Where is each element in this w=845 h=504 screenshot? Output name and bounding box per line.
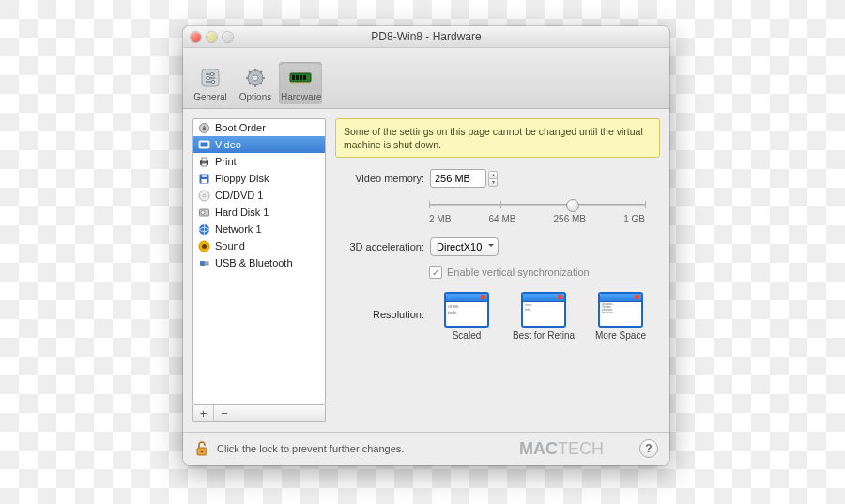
toolbar-item-label: Options: [236, 92, 275, 102]
tab-options[interactable]: Options: [234, 62, 277, 104]
accel-select[interactable]: DirectX10: [430, 237, 499, 256]
slider-tick-label: 1 GB: [623, 214, 645, 224]
svg-point-6: [211, 80, 214, 83]
svg-rect-20: [300, 75, 302, 80]
resolution-scaled[interactable]: ones.bels. Scaled: [434, 292, 499, 341]
svg-rect-18: [292, 75, 295, 80]
svg-rect-46: [200, 261, 205, 266]
svg-line-16: [249, 83, 251, 84]
sidebar-item-floppy[interactable]: Floppy Disk: [193, 170, 325, 187]
svg-rect-34: [202, 163, 207, 166]
sidebar-item-label: Hard Disk 1: [215, 206, 269, 218]
video-memory-stepper: ▴ ▾: [430, 169, 498, 188]
resolution-option-label: More Space: [595, 330, 646, 341]
sidebar-item-harddisk[interactable]: Hard Disk 1: [193, 204, 325, 221]
vsync-checkbox[interactable]: [429, 266, 442, 279]
titlebar: PD8-Win8 - Hardware: [183, 26, 669, 48]
network-icon: [197, 222, 210, 236]
svg-line-14: [260, 83, 262, 84]
sidebar: Boot Order Video Print: [192, 118, 326, 422]
tab-hardware[interactable]: Hardware: [279, 62, 322, 104]
tab-general[interactable]: General: [189, 62, 232, 104]
sidebar-item-label: Print: [215, 156, 237, 167]
sidebar-item-network[interactable]: Network 1: [193, 221, 325, 237]
lock-icon[interactable]: [194, 440, 209, 457]
add-remove-bar: + −: [192, 405, 326, 422]
svg-point-5: [207, 76, 209, 79]
content-area: Boot Order Video Print: [183, 109, 669, 432]
svg-rect-33: [202, 158, 207, 161]
sidebar-item-label: USB & Bluetooth: [215, 257, 293, 268]
resolution-row: Resolution: ones.bels. Scaled ones.bels.…: [335, 292, 660, 341]
gear-icon: [243, 66, 268, 90]
toolbar: General Options: [183, 48, 669, 109]
sidebar-item-cddvd[interactable]: CD/DVD 1: [193, 187, 325, 204]
sidebar-item-usb[interactable]: USB & Bluetooth: [193, 254, 325, 271]
svg-point-4: [210, 72, 213, 75]
resolution-label: Resolution:: [335, 292, 430, 341]
slider-tick-label: 256 MB: [554, 214, 586, 224]
vsync-row[interactable]: Enable vertical synchronization: [429, 266, 660, 279]
sidebar-item-label: Sound: [215, 240, 245, 252]
boot-order-icon: [197, 121, 210, 134]
svg-point-49: [201, 451, 203, 452]
svg-rect-36: [202, 175, 207, 177]
svg-point-39: [203, 194, 206, 197]
close-traffic-light[interactable]: [191, 32, 201, 42]
sidebar-item-sound[interactable]: Sound: [193, 237, 325, 254]
warning-banner: Some of the settings on this page cannot…: [335, 118, 660, 158]
svg-point-45: [202, 244, 207, 249]
remove-button[interactable]: −: [214, 405, 235, 421]
slider-thumb[interactable]: [566, 199, 579, 212]
svg-rect-47: [205, 262, 208, 265]
slider-icon: [198, 66, 223, 90]
svg-rect-21: [303, 75, 306, 80]
video-icon: [197, 138, 210, 151]
accel-label: 3D acceleration:: [335, 241, 430, 252]
svg-point-41: [201, 210, 205, 214]
help-button[interactable]: ?: [639, 439, 658, 458]
brand-logo: MACTECH: [519, 439, 604, 459]
chip-icon: [288, 66, 313, 90]
sidebar-item-label: CD/DVD 1: [215, 190, 263, 201]
sidebar-item-label: Boot Order: [215, 122, 266, 133]
window-title: PD8-Win8 - Hardware: [183, 30, 669, 43]
sidebar-item-video[interactable]: Video: [193, 136, 325, 153]
stepper-up[interactable]: ▴: [488, 171, 498, 178]
svg-point-8: [253, 75, 258, 81]
sidebar-item-print[interactable]: Print: [193, 153, 325, 170]
lock-text: Click the lock to prevent further change…: [217, 443, 404, 454]
video-memory-input[interactable]: [430, 169, 486, 188]
resolution-more-space[interactable]: e crazy ones.The rebels.in the squarehes…: [588, 292, 653, 341]
floppy-icon: [197, 172, 210, 185]
add-button[interactable]: +: [193, 405, 214, 421]
accel-row: 3D acceleration: DirectX10: [335, 237, 660, 256]
stepper-down[interactable]: ▾: [488, 178, 498, 187]
svg-rect-31: [200, 142, 207, 146]
sidebar-item-label: Network 1: [215, 223, 262, 235]
sidebar-item-boot-order[interactable]: Boot Order: [193, 119, 325, 136]
sidebar-item-label: Floppy Disk: [215, 173, 269, 184]
sidebar-item-label: Video: [215, 139, 241, 150]
zoom-traffic-light[interactable]: [223, 32, 233, 42]
disc-icon: [197, 189, 210, 202]
slider-tick-label: 64 MB: [489, 214, 516, 224]
hardware-list: Boot Order Video Print: [192, 118, 326, 405]
resolution-option-label: Scaled: [453, 330, 482, 341]
video-memory-slider[interactable]: 2 MB 64 MB 256 MB 1 GB: [429, 197, 645, 224]
slider-tick-label: 2 MB: [429, 214, 451, 224]
resolution-retina[interactable]: ones.bels. Best for Retina: [511, 292, 576, 341]
footer: Click the lock to prevent further change…: [183, 432, 669, 465]
minimize-traffic-light[interactable]: [207, 32, 217, 42]
settings-window: PD8-Win8 - Hardware General: [183, 26, 669, 465]
traffic-lights: [183, 32, 233, 42]
usb-icon: [197, 256, 210, 269]
svg-rect-37: [201, 179, 207, 183]
toolbar-item-label: Hardware: [281, 92, 320, 102]
toolbar-item-label: General: [191, 92, 230, 102]
vsync-label: Enable vertical synchronization: [447, 267, 590, 278]
resolution-option-label: Best for Retina: [513, 330, 575, 341]
svg-rect-19: [296, 75, 299, 80]
svg-line-15: [260, 71, 262, 73]
video-memory-row: Video memory: ▴ ▾: [335, 169, 660, 188]
